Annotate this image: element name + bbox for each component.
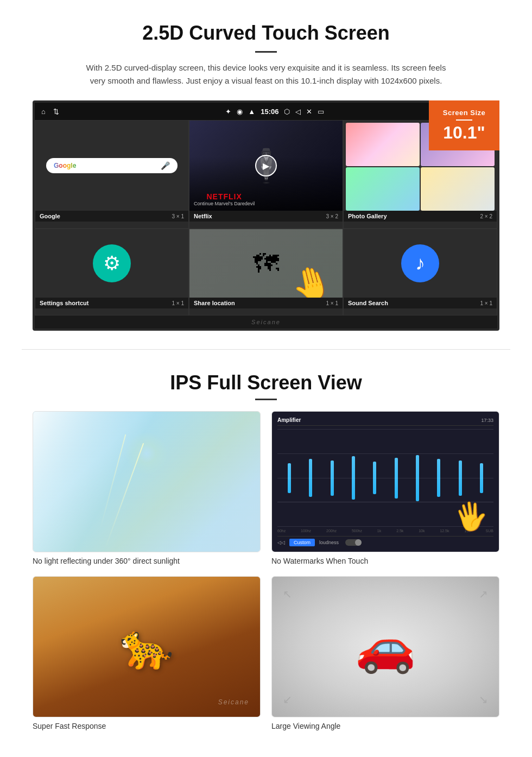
car-image-box: 🚗 ↖ ↗ ↙ ↘ bbox=[271, 576, 499, 717]
mic-icon[interactable]: 🎤 bbox=[161, 161, 170, 170]
car-caption: Large Viewing Angle bbox=[271, 722, 499, 730]
window-icon: ▭ bbox=[318, 108, 324, 116]
amplifier-image: Amplifier 17:33 bbox=[272, 412, 499, 552]
netflix-widget-name: Netflix bbox=[194, 213, 212, 219]
amp-title: Amplifier bbox=[277, 417, 301, 423]
google-label-bar: Google 3 × 1 bbox=[35, 211, 188, 222]
amplifier-card: Amplifier 17:33 bbox=[271, 411, 499, 565]
screen-watermark: Seicane bbox=[35, 316, 497, 329]
car-arrows: ↖ ↗ ↙ ↘ bbox=[272, 577, 499, 717]
netflix-widget-cell[interactable]: 🕴 ▶ NETFLIX Continue Marvel's Daredevil … bbox=[189, 120, 343, 229]
sunlight-image-box bbox=[33, 411, 261, 552]
title-divider bbox=[255, 51, 277, 53]
share-widget[interactable]: 🗺 🤚 bbox=[189, 229, 343, 298]
cheetah-image-box: 🐆 Seicane bbox=[33, 576, 261, 717]
share-widget-cell[interactable]: 🗺 🤚 Share location 1 × 1 bbox=[189, 229, 343, 316]
sound-widget-cell[interactable]: ♪ Sound Search 1 × 1 bbox=[343, 229, 497, 316]
settings-widget-name: Settings shortcut bbox=[40, 300, 88, 306]
image-grid: No light reflecting under 360° direct su… bbox=[33, 411, 499, 730]
section1-description: With 2.5D curved-display screen, this de… bbox=[81, 61, 451, 87]
badge-size: 10.1" bbox=[440, 123, 488, 142]
arrow-bl: ↙ bbox=[283, 693, 292, 706]
share-widget-size: 1 × 1 bbox=[326, 300, 338, 306]
sound-label-bar: Sound Search 1 × 1 bbox=[344, 298, 497, 308]
status-center: ✦ ◉ ▲ 15:06 ⬡ ◁ ✕ ▭ bbox=[225, 108, 324, 116]
bluetooth-icon: ✦ bbox=[225, 108, 231, 116]
status-bar: ⌂ ⇅ ✦ ◉ ▲ 15:06 ⬡ ◁ ✕ ▭ bbox=[35, 103, 497, 120]
google-logo: Google bbox=[54, 162, 76, 169]
badge-title: Screen Size bbox=[440, 109, 488, 117]
gallery-thumb-1 bbox=[346, 123, 420, 166]
netflix-widget[interactable]: 🕴 ▶ NETFLIX Continue Marvel's Daredevil bbox=[189, 121, 343, 211]
settings-icon: ⚙ bbox=[93, 244, 131, 282]
sunlight-card: No light reflecting under 360° direct su… bbox=[33, 411, 261, 565]
usb-icon: ⇅ bbox=[53, 108, 59, 116]
gallery-thumb-3 bbox=[346, 167, 420, 211]
settings-widget-cell[interactable]: ⚙ Settings shortcut 1 × 1 bbox=[35, 229, 189, 316]
section1-title: 2.5D Curved Touch Screen bbox=[33, 22, 499, 45]
amplifier-image-box: Amplifier 17:33 bbox=[271, 411, 499, 552]
widget-grid-top: Google 🎤 Google 3 × 1 bbox=[35, 120, 497, 229]
gallery-widget-name: Photo Gallery bbox=[348, 213, 387, 219]
sound-widget-name: Sound Search bbox=[348, 300, 388, 306]
gallery-label-bar: Photo Gallery 2 × 2 bbox=[344, 211, 497, 222]
arrow-tr: ↗ bbox=[479, 588, 488, 601]
netflix-label-bar: Netflix 3 × 2 bbox=[189, 211, 343, 222]
sound-widget[interactable]: ♪ bbox=[344, 229, 497, 298]
settings-widget[interactable]: ⚙ bbox=[35, 229, 188, 298]
amp-header: Amplifier 17:33 bbox=[277, 417, 493, 426]
close-icon: ✕ bbox=[306, 108, 312, 116]
netflix-play-button[interactable]: ▶ bbox=[255, 155, 277, 176]
map-icon: 🗺 bbox=[253, 249, 279, 279]
status-left: ⌂ ⇅ bbox=[41, 108, 59, 116]
google-widget-cell[interactable]: Google 🎤 Google 3 × 1 bbox=[35, 120, 189, 229]
settings-widget-size: 1 × 1 bbox=[172, 300, 184, 306]
cheetah-image: 🐆 Seicane bbox=[33, 577, 260, 717]
sound-icon: ♪ bbox=[401, 244, 439, 282]
gallery-thumb-4 bbox=[421, 167, 495, 211]
share-label-bar: Share location 1 × 1 bbox=[189, 298, 343, 308]
section2-title: IPS Full Screen View bbox=[33, 371, 499, 394]
sunlight-image bbox=[33, 412, 260, 552]
gallery-widget-size: 2 × 2 bbox=[480, 213, 492, 219]
wifi-icon: ▲ bbox=[248, 108, 255, 116]
arrow-tl: ↖ bbox=[283, 588, 292, 601]
netflix-info: NETFLIX Continue Marvel's Daredevil bbox=[194, 192, 255, 206]
google-search-bar[interactable]: Google 🎤 bbox=[46, 158, 178, 173]
car-card: 🚗 ↖ ↗ ↙ ↘ Large Viewing Angle bbox=[271, 576, 499, 730]
sunlight-caption: No light reflecting under 360° direct su… bbox=[33, 557, 261, 565]
device-wrapper: Screen Size 10.1" ⌂ ⇅ ✦ ◉ ▲ 15:06 ⬡ ◁ ✕ bbox=[33, 100, 499, 331]
cheetah-caption: Super Fast Response bbox=[33, 722, 261, 730]
sound-widget-size: 1 × 1 bbox=[480, 300, 492, 306]
camera-icon: ⬡ bbox=[284, 108, 290, 116]
cheetah-watermark: Seicane bbox=[218, 698, 249, 706]
settings-label-bar: Settings shortcut 1 × 1 bbox=[35, 298, 188, 308]
arrow-br: ↘ bbox=[479, 693, 488, 706]
home-icon[interactable]: ⌂ bbox=[41, 108, 46, 116]
widget-grid-bottom: ⚙ Settings shortcut 1 × 1 🗺 🤚 S bbox=[35, 229, 497, 316]
car-image: 🚗 ↖ ↗ ↙ ↘ bbox=[272, 577, 499, 717]
badge-divider bbox=[456, 119, 472, 121]
status-time: 15:06 bbox=[261, 108, 278, 116]
google-widget[interactable]: Google 🎤 bbox=[35, 121, 188, 211]
section-curved-screen: 2.5D Curved Touch Screen With 2.5D curve… bbox=[0, 0, 532, 349]
amp-time: 17:33 bbox=[481, 418, 493, 423]
section-ips: IPS Full Screen View No light reflecting… bbox=[0, 350, 532, 747]
cheetah-icon: 🐆 bbox=[119, 621, 174, 672]
amp-custom-label[interactable]: Custom bbox=[289, 539, 315, 546]
netflix-logo: NETFLIX bbox=[194, 192, 255, 201]
title-divider-2 bbox=[255, 399, 277, 400]
screen-size-badge: Screen Size 10.1" bbox=[429, 100, 499, 150]
google-widget-size: 3 × 1 bbox=[172, 213, 184, 219]
google-widget-name: Google bbox=[40, 213, 60, 219]
share-widget-name: Share location bbox=[194, 300, 235, 306]
location-icon: ◉ bbox=[237, 108, 243, 116]
cheetah-card: 🐆 Seicane Super Fast Response bbox=[33, 576, 261, 730]
netflix-widget-size: 3 × 2 bbox=[326, 213, 338, 219]
amplifier-caption: No Watermarks When Touch bbox=[271, 557, 499, 565]
volume-icon: ◁ bbox=[295, 108, 301, 116]
netflix-subtitle: Continue Marvel's Daredevil bbox=[194, 201, 255, 206]
amp-loudness-label: loudness bbox=[319, 540, 339, 545]
